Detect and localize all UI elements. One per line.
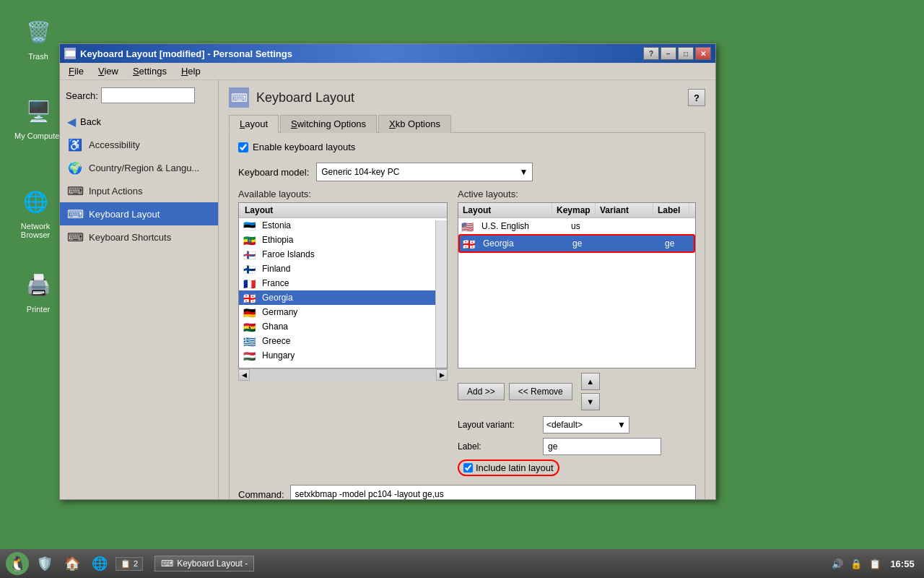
item-label: Estonia bbox=[262, 220, 291, 230]
flag-ge-icon: 🇬🇪 bbox=[463, 238, 477, 249]
search-input[interactable] bbox=[101, 87, 195, 103]
active-row-georgia[interactable]: 🇬🇪 Georgia ge ge bbox=[458, 234, 695, 253]
kb-model-select[interactable]: Generic 104-key PC ▼ bbox=[316, 163, 533, 181]
list-item[interactable]: 🇪🇹Ethiopia bbox=[239, 233, 447, 247]
minimize-btn[interactable]: − bbox=[661, 47, 676, 60]
tab-switching[interactable]: Switching Options bbox=[280, 115, 377, 133]
list-item[interactable]: 🇭🇺Hungary bbox=[239, 348, 447, 363]
remove-button[interactable]: << Remove bbox=[509, 383, 572, 400]
page-help-btn[interactable]: ? bbox=[688, 89, 705, 106]
active-layout-name: U.S. English bbox=[479, 220, 565, 232]
available-list-header: Layout bbox=[239, 203, 447, 218]
taskbar-num-icon: 📋 bbox=[121, 559, 131, 569]
main-window: ⌨ Keyboard Layout [modified] - Personal … bbox=[59, 43, 716, 500]
tab-xkb[interactable]: Xkb Options bbox=[378, 115, 451, 133]
enable-label: Enable keyboard layouts bbox=[253, 142, 355, 152]
taskbar-tray-apps[interactable]: 📋 bbox=[869, 558, 881, 569]
flag-icon: 🇭🇺 bbox=[243, 350, 258, 361]
label-input[interactable] bbox=[543, 438, 661, 455]
item-label-georgia: Georgia bbox=[262, 293, 293, 303]
available-list-items[interactable]: 🇪🇪Estonia 🇪🇹Ethiopia 🇫🇴Faroe Islands 🇫🇮F… bbox=[239, 218, 447, 366]
menu-settings[interactable]: Settings bbox=[127, 64, 173, 78]
available-layouts-label: Available layouts: bbox=[238, 189, 448, 199]
arrow-buttons: ▲ ▼ bbox=[581, 373, 600, 410]
active-label-ge: ge bbox=[662, 238, 691, 249]
page-title-area: ⌨ Keyboard Layout ? bbox=[229, 87, 705, 108]
menu-help[interactable]: Help bbox=[175, 64, 206, 78]
list-item[interactable]: 🇩🇪Germany bbox=[239, 305, 447, 319]
active-table-container: Layout Keymap Variant Label 🇺🇸 U.S. Engl… bbox=[458, 202, 696, 368]
list-scrollbar-v[interactable] bbox=[435, 220, 447, 368]
taskbar-right: 🔊 🔒 📋 16:55 bbox=[832, 558, 924, 569]
desktop: 🗑️ Trash 🖥️ My Computer 🌐 NetworkBrowser… bbox=[0, 0, 924, 578]
input-label: Input Actions bbox=[89, 186, 142, 197]
keyboard-shortcuts-label: Keyboard Shortcuts bbox=[89, 232, 171, 243]
menu-file[interactable]: File bbox=[63, 64, 90, 78]
accessibility-label: Accessibility bbox=[89, 139, 140, 150]
tabs: Layout Switching Options Xkb Options bbox=[229, 115, 705, 133]
list-item-georgia[interactable]: 🇬🇪Georgia bbox=[239, 290, 447, 305]
layout-variant-select[interactable]: <default> ▼ bbox=[543, 416, 629, 434]
item-label: France bbox=[262, 278, 289, 288]
active-row-us[interactable]: 🇺🇸 U.S. English us bbox=[458, 218, 695, 234]
available-list-header-text: Layout bbox=[245, 205, 273, 215]
input-icon: ⌨ bbox=[67, 183, 83, 199]
desktop-icon-mycomputer[interactable]: 🖥️ My Computer bbox=[13, 94, 64, 140]
label-row: Label: bbox=[458, 438, 696, 455]
tab-layout[interactable]: Layout bbox=[229, 115, 279, 133]
item-label: Germany bbox=[262, 307, 297, 317]
include-latin-checkbox[interactable] bbox=[463, 463, 473, 473]
taskbar-logo-icon[interactable]: 🐧 bbox=[6, 552, 29, 575]
close-btn[interactable]: ✕ bbox=[695, 47, 711, 60]
back-arrow-icon: ◀ bbox=[67, 115, 76, 129]
add-button[interactable]: Add >> bbox=[458, 383, 505, 400]
menu-view[interactable]: View bbox=[92, 64, 124, 78]
trash-icon: 🗑️ bbox=[21, 14, 56, 49]
taskbar-tray-lock[interactable]: 🔒 bbox=[850, 558, 862, 569]
help-window-btn[interactable]: ? bbox=[643, 47, 659, 60]
flag-icon: 🇪🇹 bbox=[243, 235, 258, 245]
taskbar-icon2[interactable]: 🏠 bbox=[61, 552, 84, 575]
move-down-button[interactable]: ▼ bbox=[581, 393, 600, 410]
list-item[interactable]: 🇫🇷France bbox=[239, 276, 447, 290]
maximize-btn[interactable]: □ bbox=[678, 47, 694, 60]
list-item[interactable]: 🇫🇮Finland bbox=[239, 262, 447, 276]
layout-variant-label: Layout variant: bbox=[458, 420, 537, 430]
scroll-left-btn[interactable]: ◀ bbox=[238, 369, 250, 381]
enable-checkbox[interactable] bbox=[238, 142, 248, 152]
taskbar-keyboard-layout-item[interactable]: ⌨ Keyboard Layout - bbox=[154, 556, 254, 571]
move-up-button[interactable]: ▲ bbox=[581, 373, 600, 390]
sidebar-item-keyboard-layout[interactable]: ⌨ Keyboard Layout bbox=[60, 202, 218, 225]
mycomputer-icon: 🖥️ bbox=[21, 94, 56, 129]
sidebar-item-accessibility[interactable]: ♿ Accessibility bbox=[60, 133, 218, 156]
command-input[interactable] bbox=[290, 485, 696, 499]
scroll-right-btn[interactable]: ▶ bbox=[436, 369, 448, 381]
page-title-icon: ⌨ bbox=[229, 87, 249, 108]
list-scrollbar-h[interactable]: ◀ ▶ bbox=[238, 368, 448, 380]
sidebar-item-keyboard-shortcuts[interactable]: ⌨ Keyboard Shortcuts bbox=[60, 225, 218, 249]
taskbar-tray-sound[interactable]: 🔊 bbox=[832, 558, 843, 569]
sidebar-item-input[interactable]: ⌨ Input Actions bbox=[60, 179, 218, 202]
list-item[interactable]: 🇫🇴Faroe Islands bbox=[239, 247, 447, 262]
desktop-icon-printer[interactable]: 🖨️ Printer bbox=[13, 267, 64, 314]
taskbar-time: 16:55 bbox=[888, 558, 917, 569]
taskbar-icon3[interactable]: 🌐 bbox=[88, 552, 111, 575]
list-item[interactable]: 🇪🇪Estonia bbox=[239, 218, 447, 233]
include-latin-row: Include latin layout bbox=[458, 460, 696, 476]
layout-panel: Available layouts: Layout 🇪🇪Estonia 🇪🇹Et… bbox=[238, 189, 696, 476]
mycomputer-label: My Computer bbox=[14, 131, 62, 140]
kb-model-label: Keyboard model: bbox=[238, 167, 309, 178]
list-item[interactable]: 🇮🇸Iceland bbox=[239, 363, 447, 366]
back-button[interactable]: ◀ Back bbox=[60, 111, 218, 133]
sidebar-item-country[interactable]: 🌍 Country/Region & Langu... bbox=[60, 156, 218, 179]
search-label: Search: bbox=[66, 90, 98, 101]
menubar: File View Settings Help bbox=[60, 63, 715, 80]
trash-label: Trash bbox=[28, 52, 48, 61]
add-remove-row: Add >> << Remove ▲ ▼ bbox=[458, 373, 696, 410]
desktop-icon-trash[interactable]: 🗑️ Trash bbox=[13, 14, 64, 61]
list-item[interactable]: 🇬🇭Ghana bbox=[239, 319, 447, 334]
list-item[interactable]: 🇬🇷Greece bbox=[239, 334, 447, 348]
desktop-icon-network[interactable]: 🌐 NetworkBrowser bbox=[10, 184, 61, 239]
taskbar-icon1[interactable]: 🛡️ bbox=[33, 552, 56, 575]
taskbar-item-icon: ⌨ bbox=[161, 558, 173, 569]
